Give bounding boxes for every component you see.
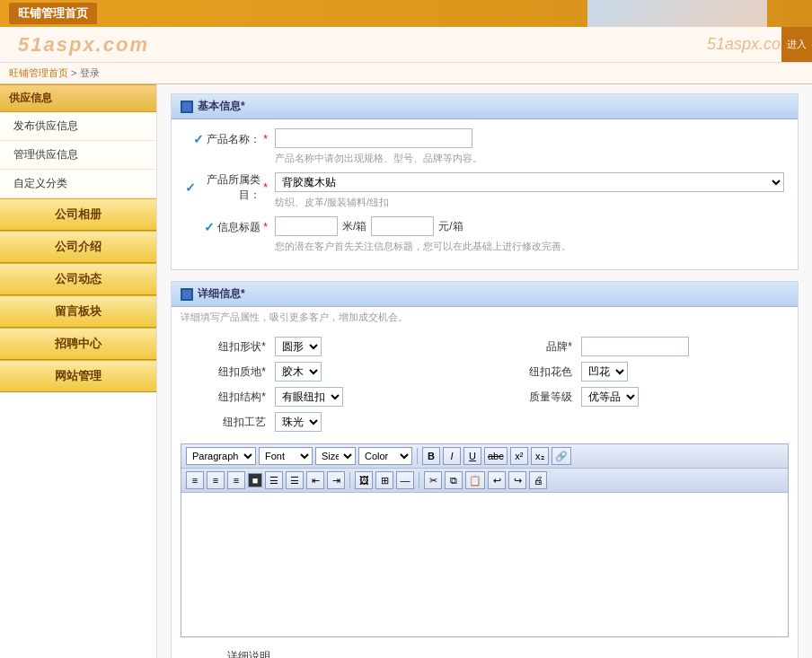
font-select[interactable]: Font bbox=[259, 447, 313, 465]
product-name-input[interactable] bbox=[275, 128, 472, 148]
breadcrumb-current: 登录 bbox=[80, 67, 100, 78]
info-label-control: 米/箱 元/箱 您的潜在客户首先关注信息标题，您可以在此基础上进行修改完善。 bbox=[275, 216, 784, 253]
sidebar: 供应信息 发布供应信息 管理供应信息 自定义分类 公司相册 公司介绍 公司动态 … bbox=[0, 84, 157, 658]
paste-button[interactable]: 📋 bbox=[465, 471, 485, 489]
indent-more-button[interactable]: ⇥ bbox=[327, 471, 345, 489]
indent-less-button[interactable]: ⇤ bbox=[306, 471, 324, 489]
info-input-2[interactable] bbox=[371, 216, 434, 236]
align-right-button[interactable]: ≡ bbox=[227, 471, 245, 489]
detail-desc-row: 详细说明 bbox=[172, 642, 798, 658]
sidebar-item-publish[interactable]: 发布供应信息 bbox=[0, 112, 156, 141]
section-icon-detail bbox=[181, 288, 193, 301]
enter-button[interactable]: 进入 bbox=[781, 27, 812, 62]
required-star-info: * bbox=[263, 221, 268, 233]
content-area: 基本信息* ✓ 产品名称： * 产品名称中请勿出现规格、型号、品牌等内容。 bbox=[157, 84, 812, 658]
structure-label: 纽扣结构* bbox=[181, 387, 270, 407]
italic-button[interactable]: I bbox=[443, 447, 461, 465]
sidebar-item-intro[interactable]: 公司介绍 bbox=[0, 231, 156, 263]
cut-button[interactable]: ✂ bbox=[424, 471, 442, 489]
align-center-button[interactable]: ≡ bbox=[207, 471, 225, 489]
product-name-hint: 产品名称中请勿出现规格、型号、品牌等内容。 bbox=[275, 152, 784, 165]
info-input-1[interactable] bbox=[275, 216, 338, 236]
image-button[interactable]: 🖼 bbox=[355, 471, 373, 489]
category-row: ✓ 产品所属类目： * 背胶魔木贴 纺织、皮革/服装辅料/纽扣 bbox=[185, 172, 784, 209]
craft-label: 纽扣工艺 bbox=[181, 412, 270, 432]
subscript-button[interactable]: x₂ bbox=[531, 447, 549, 465]
category-select[interactable]: 背胶魔木贴 bbox=[275, 172, 784, 192]
wysiwyg-body[interactable] bbox=[181, 493, 788, 636]
superscript-button[interactable]: x² bbox=[510, 447, 528, 465]
copy-button[interactable]: ⧉ bbox=[445, 471, 463, 489]
color-block-button[interactable]: ■ bbox=[248, 473, 262, 487]
align-left-button[interactable]: ≡ bbox=[186, 471, 204, 489]
brand-value bbox=[581, 337, 789, 356]
redo-button[interactable]: ↪ bbox=[508, 471, 526, 489]
material-select[interactable]: 胶木 金属 布艺 bbox=[275, 362, 322, 382]
separator-2 bbox=[349, 472, 350, 488]
undo-button[interactable]: ↩ bbox=[488, 471, 506, 489]
print-button[interactable]: 🖨 bbox=[529, 471, 547, 489]
craft-select[interactable]: 珠光 电镀 喷漆 bbox=[275, 412, 322, 432]
list-ol-button[interactable]: ☰ bbox=[286, 471, 304, 489]
info-inputs: 米/箱 元/箱 bbox=[275, 216, 784, 236]
check-icon-info: ✓ bbox=[204, 220, 215, 234]
basic-info-header: 基本信息* bbox=[172, 94, 798, 119]
paragraph-select[interactable]: Paragraph bbox=[186, 447, 256, 465]
brand-input[interactable] bbox=[581, 337, 689, 356]
sidebar-item-message[interactable]: 留言板块 bbox=[0, 295, 156, 328]
detail-hint: 详细填写产品属性，吸引更多客户，增加成交机会。 bbox=[172, 307, 798, 329]
header-image bbox=[587, 0, 767, 27]
detail-grid: 纽扣形状* 圆形 方形 异形 品牌* 纽扣质地* 胶木 bbox=[172, 329, 798, 439]
detail-info-section: 详细信息* 详细填写产品属性，吸引更多客户，增加成交机会。 纽扣形状* 圆形 方… bbox=[171, 281, 799, 658]
basic-info-title: 基本信息* bbox=[198, 99, 245, 114]
detail-info-header: 详细信息* bbox=[172, 282, 798, 307]
structure-select[interactable]: 有眼纽扣 无眼纽扣 按扣 bbox=[275, 387, 343, 407]
category-control: 背胶魔木贴 纺织、皮革/服装辅料/纽扣 bbox=[275, 172, 784, 209]
table-button[interactable]: ⊞ bbox=[375, 471, 393, 489]
section-icon bbox=[181, 101, 193, 113]
strikethrough-button[interactable]: abc bbox=[484, 447, 508, 465]
color-label: 纽扣花色 bbox=[487, 362, 577, 382]
separator-1 bbox=[417, 448, 418, 464]
product-name-row: ✓ 产品名称： * 产品名称中请勿出现规格、型号、品牌等内容。 bbox=[185, 128, 784, 165]
basic-info-section: 基本信息* ✓ 产品名称： * 产品名称中请勿出现规格、型号、品牌等内容。 bbox=[171, 93, 799, 270]
link-button[interactable]: 🔗 bbox=[552, 447, 571, 465]
craft-value: 珠光 电镀 喷漆 bbox=[275, 412, 482, 432]
color-select[interactable]: 凹花 凸花 素色 bbox=[581, 362, 628, 382]
sidebar-item-news[interactable]: 公司动态 bbox=[0, 263, 156, 295]
shape-label: 纽扣形状* bbox=[181, 337, 270, 356]
product-name-label: ✓ 产品名称： * bbox=[185, 128, 275, 150]
main-layout: 供应信息 发布供应信息 管理供应信息 自定义分类 公司相册 公司介绍 公司动态 … bbox=[0, 84, 812, 658]
shape-select[interactable]: 圆形 方形 异形 bbox=[275, 337, 322, 356]
sidebar-item-category[interactable]: 自定义分类 bbox=[0, 170, 156, 198]
size-select[interactable]: Size bbox=[315, 447, 356, 465]
product-name-control: 产品名称中请勿出现规格、型号、品牌等内容。 bbox=[275, 128, 784, 165]
wysiwyg-toolbar-row1: Paragraph Font Size Color B I U abc bbox=[181, 444, 788, 469]
info-label-row: ✓ 信息标题 * 米/箱 元/箱 您的潜在客户首先关注信息标题，您可以在此基础上… bbox=[185, 216, 784, 253]
header-title[interactable]: 旺铺管理首页 bbox=[9, 3, 97, 24]
breadcrumb-separator: > bbox=[68, 67, 80, 78]
structure-value: 有眼纽扣 无眼纽扣 按扣 bbox=[275, 387, 482, 407]
sidebar-item-album[interactable]: 公司相册 bbox=[0, 198, 156, 231]
breadcrumb-home[interactable]: 旺铺管理首页 bbox=[9, 67, 68, 78]
quality-value: 优等品 一等品 合格品 bbox=[581, 387, 789, 407]
sidebar-item-recruit[interactable]: 招聘中心 bbox=[0, 328, 156, 360]
material-value: 胶木 金属 布艺 bbox=[275, 362, 482, 382]
info-unit-1: 米/箱 bbox=[342, 219, 366, 234]
required-star-name: * bbox=[263, 133, 268, 145]
hr-button[interactable]: — bbox=[396, 471, 414, 489]
top-header: 旺铺管理首页 bbox=[0, 0, 812, 27]
category-label: ✓ 产品所属类目： * bbox=[185, 172, 275, 203]
check-icon-name: ✓ bbox=[193, 132, 204, 146]
quality-select[interactable]: 优等品 一等品 合格品 bbox=[581, 387, 639, 407]
separator-3 bbox=[419, 472, 419, 488]
color-select-toolbar[interactable]: Color bbox=[358, 447, 412, 465]
material-label: 纽扣质地* bbox=[181, 362, 270, 382]
bold-button[interactable]: B bbox=[422, 447, 440, 465]
check-icon-cat: ✓ bbox=[185, 180, 196, 195]
list-ul-button[interactable]: ☰ bbox=[265, 471, 283, 489]
underline-button[interactable]: U bbox=[463, 447, 481, 465]
sidebar-item-website[interactable]: 网站管理 bbox=[0, 360, 156, 392]
sidebar-item-manage[interactable]: 管理供应信息 bbox=[0, 141, 156, 170]
required-star-cat: * bbox=[263, 181, 268, 194]
